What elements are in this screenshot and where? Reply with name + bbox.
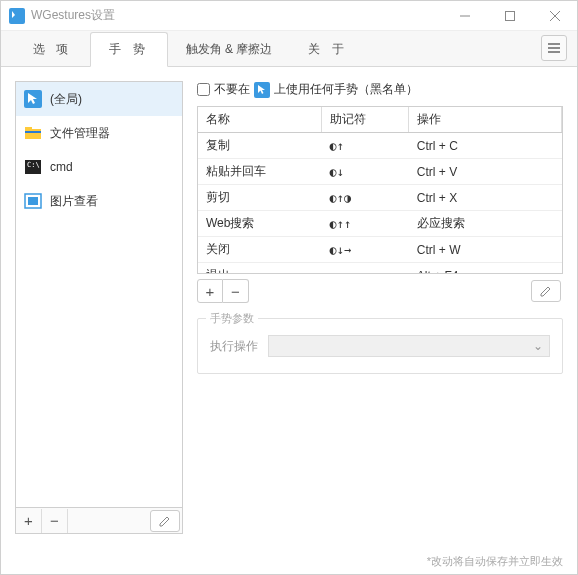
table-row[interactable]: 复制◐↑Ctrl + C <box>198 133 562 159</box>
add-gesture-button[interactable]: + <box>197 279 223 303</box>
minimize-button[interactable] <box>442 1 487 31</box>
gesture-params-group: 手势参数 执行操作 ⌄ <box>197 318 563 374</box>
action-dropdown[interactable]: ⌄ <box>268 335 550 357</box>
col-name[interactable]: 名称 <box>198 107 322 133</box>
gesture-table[interactable]: 名称 助记符 操作 复制◐↑Ctrl + C粘贴并回车◐↓Ctrl + V剪切◐… <box>197 106 563 274</box>
table-row[interactable]: Web搜索◐↑↑必应搜索 <box>198 211 562 237</box>
col-mnemonic[interactable]: 助记符 <box>322 107 409 133</box>
chevron-down-icon: ⌄ <box>533 339 543 353</box>
col-action[interactable]: 操作 <box>409 107 562 133</box>
blacklist-checkbox[interactable] <box>197 83 210 96</box>
tab-options[interactable]: 选 项 <box>15 33 90 66</box>
cell-action: Alt + F4 <box>409 263 562 275</box>
tab-corners[interactable]: 触发角 & 摩擦边 <box>168 33 291 66</box>
edit-app-button[interactable] <box>150 510 180 532</box>
action-label: 执行操作 <box>210 338 258 355</box>
blacklist-label-prefix: 不要在 <box>214 81 250 98</box>
app-list[interactable]: (全局) 文件管理器 C:\ cmd 图片查看 <box>15 81 183 508</box>
image-viewer-icon <box>24 192 42 210</box>
table-row[interactable]: 关闭◐↓→Ctrl + W <box>198 237 562 263</box>
list-item-label: 文件管理器 <box>50 125 110 142</box>
cell-mnemonic: ◐↓← <box>322 263 409 275</box>
table-row[interactable]: 剪切◐↑◑Ctrl + X <box>198 185 562 211</box>
autosave-hint: *改动将自动保存并立即生效 <box>427 554 563 569</box>
cell-name: Web搜索 <box>198 211 322 237</box>
window-title: WGestures设置 <box>31 7 442 24</box>
svg-rect-0 <box>9 8 25 24</box>
cell-mnemonic: ◐↓→ <box>322 237 409 263</box>
list-item[interactable]: C:\ cmd <box>16 150 182 184</box>
folder-icon <box>24 124 42 142</box>
svg-rect-2 <box>505 11 514 20</box>
cell-action: 必应搜索 <box>409 211 562 237</box>
app-logo-icon <box>9 8 25 24</box>
menu-button[interactable] <box>541 35 567 61</box>
cell-action: Ctrl + X <box>409 185 562 211</box>
list-item-label: cmd <box>50 160 73 174</box>
svg-rect-9 <box>25 129 41 139</box>
cursor-icon <box>24 90 42 108</box>
cell-name: 复制 <box>198 133 322 159</box>
close-button[interactable] <box>532 1 577 31</box>
blacklist-label-suffix: 上使用任何手势（黑名单） <box>274 81 418 98</box>
list-item[interactable]: 图片查看 <box>16 184 182 218</box>
cell-name: 粘贴并回车 <box>198 159 322 185</box>
maximize-button[interactable] <box>487 1 532 31</box>
tab-gestures[interactable]: 手 势 <box>90 32 167 67</box>
table-row[interactable]: 粘贴并回车◐↓Ctrl + V <box>198 159 562 185</box>
params-legend: 手势参数 <box>206 311 258 326</box>
cell-name: 关闭 <box>198 237 322 263</box>
cell-action: Ctrl + W <box>409 237 562 263</box>
list-item-label: 图片查看 <box>50 193 98 210</box>
list-item[interactable]: 文件管理器 <box>16 116 182 150</box>
tab-about[interactable]: 关 于 <box>290 33 365 66</box>
svg-rect-11 <box>25 131 41 133</box>
cell-mnemonic: ◐↓ <box>322 159 409 185</box>
cell-mnemonic: ◐↑ <box>322 133 409 159</box>
add-app-button[interactable]: + <box>16 509 42 533</box>
svg-rect-15 <box>28 197 38 205</box>
remove-gesture-button[interactable]: − <box>223 279 249 303</box>
cell-action: Ctrl + V <box>409 159 562 185</box>
svg-rect-10 <box>25 127 32 130</box>
cursor-icon <box>254 82 270 98</box>
table-row[interactable]: 退出◐↓←Alt + F4 <box>198 263 562 275</box>
list-item-label: (全局) <box>50 91 82 108</box>
svg-text:C:\: C:\ <box>27 161 40 169</box>
cell-action: Ctrl + C <box>409 133 562 159</box>
cell-name: 剪切 <box>198 185 322 211</box>
remove-app-button[interactable]: − <box>42 509 68 533</box>
cmd-icon: C:\ <box>24 158 42 176</box>
edit-gesture-button[interactable] <box>531 280 561 302</box>
list-item[interactable]: (全局) <box>16 82 182 116</box>
cell-mnemonic: ◐↑↑ <box>322 211 409 237</box>
cell-mnemonic: ◐↑◑ <box>322 185 409 211</box>
cell-name: 退出 <box>198 263 322 275</box>
